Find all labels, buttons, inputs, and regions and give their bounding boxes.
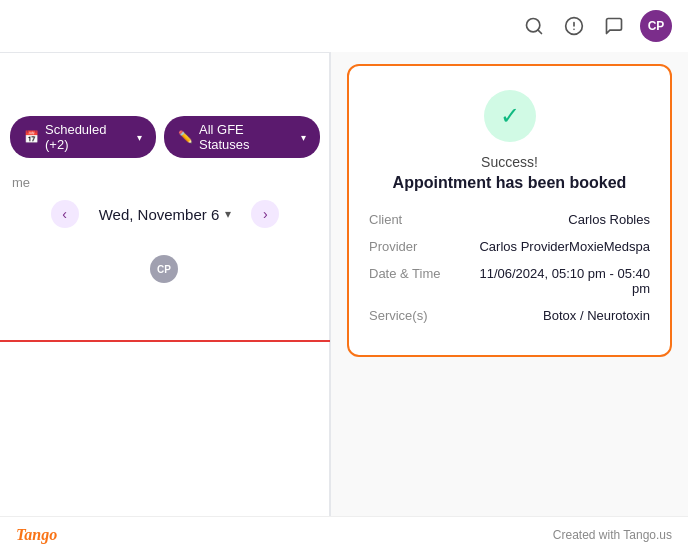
gfe-filter-icon: ✏️: [178, 130, 193, 144]
datetime-value: 11/06/2024, 05:10 pm - 05:40 pm: [459, 266, 650, 296]
date-nav: ‹ Wed, November 6 ▾ ›: [0, 200, 330, 228]
calendar-avatar: CP: [150, 255, 178, 283]
tango-logo: Tango: [16, 526, 57, 544]
scheduled-filter-chevron: ▾: [137, 132, 142, 143]
success-title: Success!: [369, 154, 650, 170]
success-icon-wrap: ✓: [369, 90, 650, 142]
scheduled-filter-label: Scheduled (+2): [45, 122, 129, 152]
header-divider: [0, 52, 330, 53]
filter-bar: 📅 Scheduled (+2) ▾ ✏️ All GFE Statuses ▾: [0, 116, 330, 158]
prev-date-button[interactable]: ‹: [51, 200, 79, 228]
info-icon[interactable]: [560, 12, 588, 40]
date-label[interactable]: Wed, November 6 ▾: [99, 206, 232, 223]
date-caret-icon: ▾: [225, 207, 231, 221]
services-value: Botox / Neurotoxin: [459, 308, 650, 323]
gfe-filter-label: All GFE Statuses: [199, 122, 293, 152]
client-label: Client: [369, 212, 459, 227]
success-card: ✓ Success! Appointment has been booked C…: [347, 64, 672, 357]
svg-line-1: [538, 30, 542, 34]
chat-icon[interactable]: [600, 12, 628, 40]
footer-text: Created with Tango.us: [553, 528, 672, 542]
services-row: Service(s) Botox / Neurotoxin: [369, 308, 650, 323]
services-label: Service(s): [369, 308, 459, 323]
success-circle: ✓: [484, 90, 536, 142]
user-avatar[interactable]: CP: [640, 10, 672, 42]
next-date-button[interactable]: ›: [251, 200, 279, 228]
provider-value: Carlos ProviderMoxieMedspa: [459, 239, 650, 254]
checkmark-icon: ✓: [500, 102, 520, 130]
datetime-row: Date & Time 11/06/2024, 05:10 pm - 05:40…: [369, 266, 650, 296]
gfe-filter-chevron: ▾: [301, 132, 306, 143]
client-value: Carlos Robles: [459, 212, 650, 227]
client-row: Client Carlos Robles: [369, 212, 650, 227]
current-time-indicator: [0, 340, 330, 342]
header: CP: [0, 0, 688, 52]
provider-row: Provider Carlos ProviderMoxieMedspa: [369, 239, 650, 254]
gfe-filter-chip[interactable]: ✏️ All GFE Statuses ▾: [164, 116, 320, 158]
provider-label: Provider: [369, 239, 459, 254]
left-panel: me 📅 Scheduled (+2) ▾ ✏️ All GFE Statuse…: [0, 0, 330, 552]
date-text: Wed, November 6: [99, 206, 220, 223]
footer: Tango Created with Tango.us: [0, 516, 688, 552]
scheduled-filter-chip[interactable]: 📅 Scheduled (+2) ▾: [10, 116, 156, 158]
success-subtitle: Appointment has been booked: [369, 174, 650, 192]
time-label: me: [12, 175, 30, 190]
scheduled-filter-icon: 📅: [24, 130, 39, 144]
search-icon[interactable]: [520, 12, 548, 40]
datetime-label: Date & Time: [369, 266, 459, 281]
right-panel: Create client appointment × ✓ Success! A…: [330, 0, 688, 552]
